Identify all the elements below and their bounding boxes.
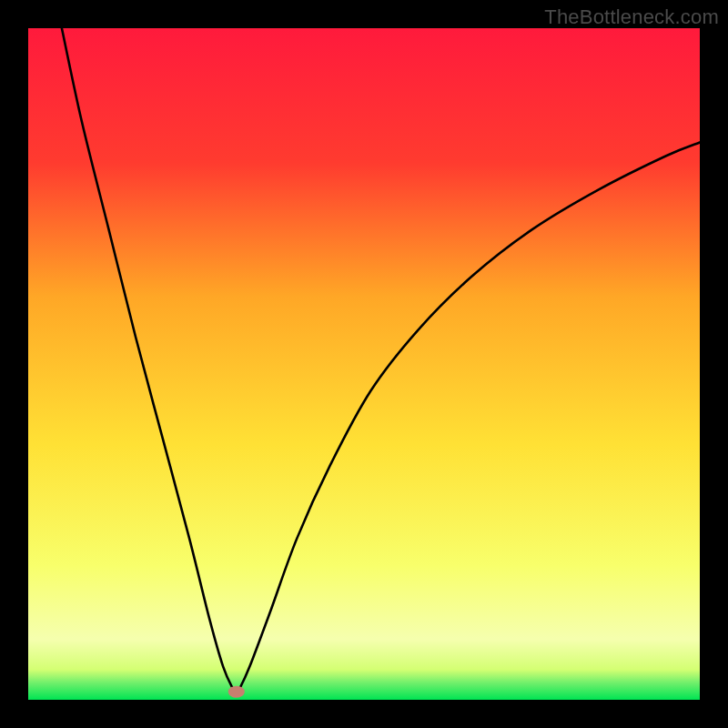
chart-frame: TheBottleneck.com: [0, 0, 728, 728]
bottleneck-chart: [0, 0, 728, 728]
watermark-text: TheBottleneck.com: [544, 5, 719, 29]
optimum-marker: [228, 686, 245, 698]
gradient-background: [28, 28, 700, 700]
